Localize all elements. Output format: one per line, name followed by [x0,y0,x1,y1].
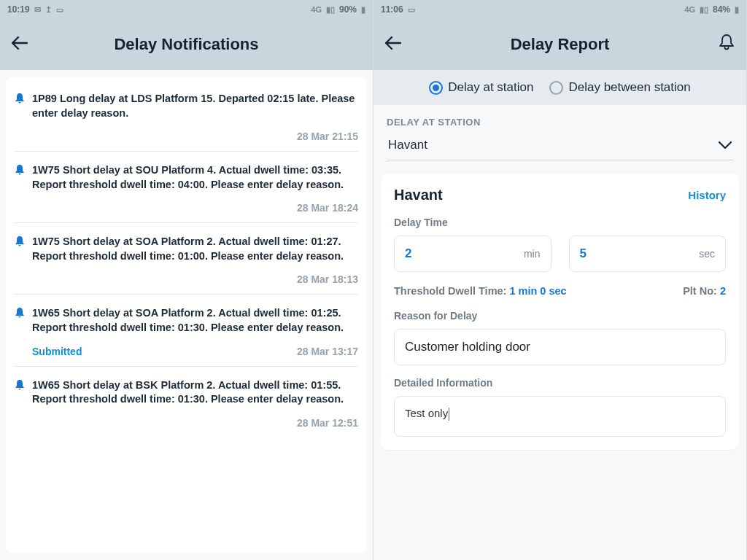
reason-value: Customer holding door [405,340,530,354]
notification-time: 28 Mar 21:15 [297,131,358,142]
battery-icon: ▮ [361,5,365,15]
threshold-label: Threshold Dwell Time: [394,285,506,297]
notifications-button[interactable] [713,34,735,55]
station-name: Havant [394,187,443,203]
upload-icon: ↥ [45,5,52,15]
app-header: Delay Report [374,19,746,70]
station-select-section: DELAY AT STATION Havant [374,105,746,169]
minutes-unit: min [524,248,541,260]
notifications-body: 1P89 Long delay at LDS Platform 15. Depa… [0,70,373,560]
notification-message: 1W75 Short delay at SOU Platform 4. Actu… [32,163,358,192]
minutes-value: 2 [405,246,411,261]
battery-icon: ▮ [735,5,739,15]
battery-percent: 84% [713,4,730,15]
delay-time-row: 2 min 5 sec [394,236,726,272]
radio-label: Delay between station [568,80,690,95]
page-title: Delay Notifications [12,35,361,54]
reason-label: Reason for Delay [394,310,726,322]
delay-time-label: Delay Time [394,217,726,228]
battery-percent: 90% [339,4,357,15]
radio-label: Delay at station [448,80,533,95]
radio-circle-icon [429,81,443,95]
back-button[interactable] [385,35,407,54]
notification-time: 28 Mar 12:51 [297,417,358,429]
notification-message: 1P89 Long delay at LDS Platform 15. Depa… [32,92,358,120]
bell-icon [15,379,25,429]
network-icon: 4G [684,5,695,14]
image-icon: ▭ [56,5,63,15]
signal-icon: ▮▯ [700,5,708,15]
notification-item[interactable]: 1W75 Short delay at SOA Platform 2. Actu… [15,223,358,295]
report-card: Havant History Delay Time 2 min 5 sec Th… [381,174,739,450]
image-icon: ▭ [408,5,415,15]
station-dropdown[interactable]: Havant [387,128,733,160]
network-icon: 4G [311,5,322,14]
app-header: Delay Notifications [0,19,373,70]
notification-time: 28 Mar 18:24 [297,202,358,214]
dropdown-value: Havant [388,138,427,152]
detail-textarea[interactable]: Test only [394,396,726,437]
notification-message: 1W65 Short delay at SOA Platform 2. Actu… [32,306,358,335]
notification-item[interactable]: 1W65 Short delay at SOA Platform 2. Actu… [15,295,358,366]
bell-icon [15,164,25,214]
minutes-input[interactable]: 2 min [394,236,551,272]
detail-label: Detailed Information [394,377,726,389]
notification-time: 28 Mar 13:17 [297,346,358,357]
notification-item[interactable]: 1W65 Short delay at BSK Platform 2. Actu… [15,367,358,438]
seconds-input[interactable]: 5 sec [569,236,727,272]
platform-value: 2 [720,285,726,297]
notifications-card: 1P89 Long delay at LDS Platform 15. Depa… [6,77,367,553]
status-bar: 10:19 ✉ ↥ ▭ 4G ▮▯ 90% ▮ [0,0,373,19]
status-time: 11:06 [381,4,403,15]
radio-delay-at-station[interactable]: Delay at station [429,80,533,95]
status-bar: 11:06 ▭ 4G ▮▯ 84% ▮ [374,0,746,19]
delay-type-radio-group: Delay at station Delay between station [374,70,746,105]
notification-status: Submitted [32,346,82,357]
seconds-value: 5 [580,246,587,261]
radio-circle-icon [549,81,563,95]
delay-report-screen: 11:06 ▭ 4G ▮▯ 84% ▮ Delay Report Delay a… [374,0,747,560]
bell-icon [15,93,25,142]
notifications-screen: 10:19 ✉ ↥ ▭ 4G ▮▯ 90% ▮ Delay Notificati… [0,0,374,560]
notification-item[interactable]: 1W75 Short delay at SOU Platform 4. Actu… [15,152,358,223]
status-time: 10:19 [7,4,30,15]
radio-delay-between-station[interactable]: Delay between station [549,80,690,95]
threshold-value: 1 min 0 sec [509,285,566,297]
notification-time: 28 Mar 18:13 [297,273,358,285]
platform-label: Plt No: [683,285,717,297]
reason-select[interactable]: Customer holding door [394,329,726,365]
notification-message: 1W75 Short delay at SOA Platform 2. Actu… [32,235,358,263]
report-body: Havant History Delay Time 2 min 5 sec Th… [374,169,746,560]
detail-value: Test only [405,407,448,419]
section-label: DELAY AT STATION [387,117,733,128]
threshold-row: Threshold Dwell Time: 1 min 0 sec Plt No… [394,285,726,297]
signal-icon: ▮▯ [326,5,335,15]
bell-icon [15,236,25,285]
seconds-unit: sec [699,248,715,260]
voicemail-icon: ✉ [34,5,41,15]
text-cursor-icon [449,408,449,421]
history-link[interactable]: History [688,189,726,201]
chevron-down-icon [719,141,732,149]
page-title: Delay Report [407,35,713,54]
notification-message: 1W65 Short delay at BSK Platform 2. Actu… [32,378,358,407]
notification-item[interactable]: 1P89 Long delay at LDS Platform 15. Depa… [15,80,358,152]
bell-icon [15,307,25,357]
